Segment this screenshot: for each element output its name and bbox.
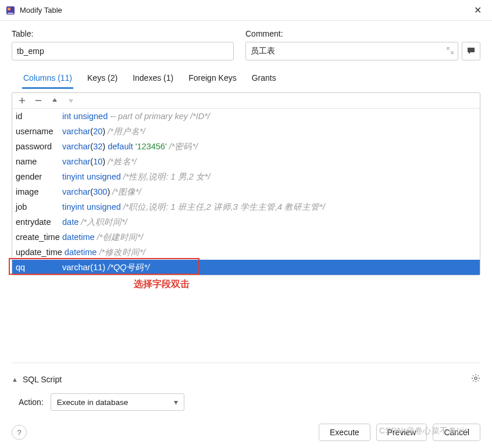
execute-button[interactable]: Execute [319, 424, 370, 441]
column-row[interactable]: idint unsigned -- part of primary key /*… [12, 109, 480, 124]
tab-indexes[interactable]: Indexes (1) [131, 70, 174, 89]
column-row[interactable]: qqvarchar(11) /*QQ号码*/ [12, 260, 480, 275]
columns-toolbar [12, 93, 480, 109]
comment-input[interactable] [245, 42, 458, 60]
annotation-text: 选择字段双击 [134, 278, 190, 291]
tab-columns[interactable]: Columns (11) [22, 70, 73, 89]
content-area: Table: Comment: Columns (11) Keys (2) In… [0, 21, 492, 275]
move-down-icon[interactable] [67, 96, 75, 105]
help-button[interactable]: ? [12, 425, 27, 440]
top-fields-row: Table: Comment: [12, 29, 480, 60]
footer: ? Execute Preview Cancel [0, 424, 492, 441]
preview-button[interactable]: Preview [376, 424, 427, 441]
cancel-button[interactable]: Cancel [433, 424, 480, 441]
collapse-toggle-icon[interactable]: ▲ [12, 376, 18, 383]
columns-list[interactable]: idint unsigned -- part of primary key /*… [12, 109, 480, 275]
table-label: Table: [12, 29, 234, 38]
divider [12, 363, 480, 363]
add-icon[interactable] [18, 96, 26, 105]
comment-bubble-button[interactable] [462, 42, 480, 60]
sql-script-section: ▲ SQL Script [12, 374, 480, 385]
sql-script-title: SQL Script [23, 375, 471, 384]
titlebar: Modify Table ✕ [0, 0, 492, 21]
column-row[interactable]: usernamevarchar(20) /*用户名*/ [12, 124, 480, 139]
gear-icon[interactable] [471, 374, 480, 385]
action-row: Action: Execute in database ▾ [19, 393, 480, 411]
move-up-icon[interactable] [51, 96, 59, 105]
svg-point-3 [475, 377, 477, 379]
svg-rect-1 [8, 8, 10, 10]
remove-icon[interactable] [34, 96, 42, 105]
column-row[interactable]: entrydatedate /*入职时间*/ [12, 214, 480, 230]
tab-keys[interactable]: Keys (2) [86, 70, 119, 89]
table-field-group: Table: [12, 29, 234, 60]
columns-panel: idint unsigned -- part of primary key /*… [12, 92, 480, 275]
svg-rect-2 [8, 13, 13, 14]
column-row[interactable]: create_timedatetime /*创建时间*/ [12, 230, 480, 245]
chevron-down-icon: ▾ [174, 397, 178, 407]
tab-foreign-keys[interactable]: Foreign Keys [187, 70, 237, 89]
column-row[interactable]: imagevarchar(300) /*图像*/ [12, 184, 480, 199]
action-label: Action: [19, 397, 44, 407]
action-select-value: Execute in database [57, 398, 128, 407]
column-row[interactable]: update_timedatetime /*修改时间*/ [12, 245, 480, 260]
comment-input-row [245, 42, 480, 60]
column-row[interactable]: gendertinyint unsigned /*性别,说明: 1 男,2 女*… [12, 169, 480, 184]
app-icon [6, 6, 15, 15]
tab-grants[interactable]: Grants [251, 70, 277, 89]
column-row[interactable]: namevarchar(10) /*姓名*/ [12, 154, 480, 169]
window-title: Modify Table [20, 6, 469, 15]
column-row[interactable]: passwordvarchar(32) default '123456' /*密… [12, 139, 480, 154]
expand-icon[interactable] [447, 46, 454, 56]
action-select[interactable]: Execute in database ▾ [51, 393, 184, 411]
close-button[interactable]: ✕ [469, 2, 486, 18]
comment-field-group: Comment: [245, 29, 480, 60]
comment-label: Comment: [245, 29, 480, 38]
table-name-input[interactable] [12, 42, 234, 60]
tabs-bar: Columns (11) Keys (2) Indexes (1) Foreig… [12, 70, 480, 89]
column-row[interactable]: jobtinyint unsigned /*职位,说明: 1 班主任,2 讲师,… [12, 199, 480, 214]
